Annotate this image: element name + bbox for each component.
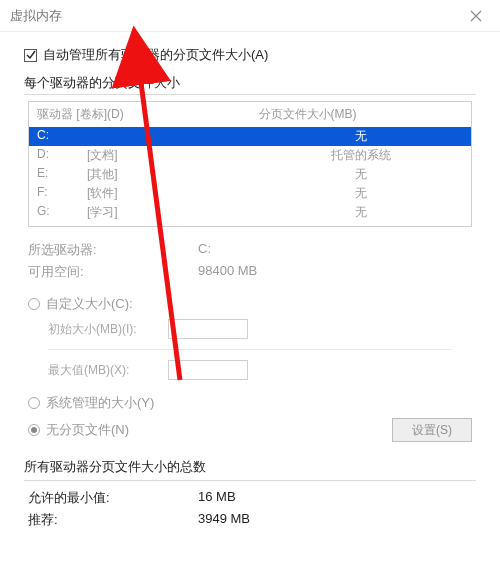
close-icon[interactable] (462, 2, 490, 30)
min-label: 允许的最小值: (28, 489, 198, 507)
drive-volume-label: [其他] (87, 166, 259, 183)
totals-label: 所有驱动器分页文件大小的总数 (24, 458, 476, 476)
radio-icon (28, 298, 40, 310)
no-paging-label: 无分页文件(N) (46, 421, 129, 439)
drive-header-size: 分页文件大小(MB) (259, 106, 463, 123)
set-button[interactable]: 设置(S) (392, 418, 472, 442)
drive-size: 无 (259, 204, 463, 221)
drive-row[interactable]: F:[软件]无 (29, 184, 471, 203)
drive-volume-label (87, 128, 259, 145)
radio-icon (28, 424, 40, 436)
drive-size: 无 (259, 128, 463, 145)
selected-drive-label: 所选驱动器: (28, 241, 198, 259)
drive-header-drive: 驱动器 [卷标](D) (37, 106, 259, 123)
totals-group: 所有驱动器分页文件大小的总数 允许的最小值: 16 MB 推荐: 3949 MB (24, 458, 476, 531)
custom-size-radio[interactable]: 自定义大小(C): (24, 291, 476, 317)
selected-drive-value: C: (198, 241, 472, 259)
window-title: 虚拟内存 (10, 7, 62, 25)
drive-letter: F: (37, 185, 87, 202)
max-size-row: 最大值(MB)(X): (24, 358, 476, 382)
drive-volume-label: [软件] (87, 185, 259, 202)
selected-drive-row: 所选驱动器: C: (28, 239, 472, 261)
auto-manage-label: 自动管理所有驱动器的分页文件大小(A) (43, 46, 268, 64)
drive-row[interactable]: D:[文档]托管的系统 (29, 146, 471, 165)
checkbox-icon[interactable] (24, 49, 37, 62)
free-space-row: 可用空间: 98400 MB (28, 261, 472, 283)
max-size-input[interactable] (168, 360, 248, 380)
rec-row: 推荐: 3949 MB (24, 509, 476, 531)
drive-size: 无 (259, 185, 463, 202)
drive-volume-label: [文档] (87, 147, 259, 164)
min-value: 16 MB (198, 489, 472, 507)
drive-header: 驱动器 [卷标](D) 分页文件大小(MB) (29, 102, 471, 127)
drive-letter: C: (37, 128, 87, 145)
rec-label: 推荐: (28, 511, 198, 529)
per-drive-label: 每个驱动器的分页文件大小 (24, 74, 476, 92)
drive-size: 无 (259, 166, 463, 183)
drive-listbox[interactable]: 驱动器 [卷标](D) 分页文件大小(MB) C:无D:[文档]托管的系统E:[… (28, 101, 472, 227)
custom-size-label: 自定义大小(C): (46, 295, 133, 313)
max-size-label: 最大值(MB)(X): (48, 362, 168, 379)
drive-volume-label: [学习] (87, 204, 259, 221)
system-managed-radio[interactable]: 系统管理的大小(Y) (24, 390, 476, 416)
free-space-label: 可用空间: (28, 263, 198, 281)
initial-size-label: 初始大小(MB)(I): (48, 321, 168, 338)
initial-size-row: 初始大小(MB)(I): (24, 317, 476, 341)
drive-row[interactable]: G:[学习]无 (29, 203, 471, 222)
auto-manage-row[interactable]: 自动管理所有驱动器的分页文件大小(A) (18, 32, 482, 72)
per-drive-group: 每个驱动器的分页文件大小 驱动器 [卷标](D) 分页文件大小(MB) C:无D… (24, 74, 476, 450)
drive-size: 托管的系统 (259, 147, 463, 164)
drive-row[interactable]: C:无 (29, 127, 471, 146)
initial-size-input[interactable] (168, 319, 248, 339)
drive-row[interactable]: E:[其他]无 (29, 165, 471, 184)
titlebar: 虚拟内存 (0, 0, 500, 32)
drive-letter: G: (37, 204, 87, 221)
drive-letter: E: (37, 166, 87, 183)
system-managed-label: 系统管理的大小(Y) (46, 394, 154, 412)
drive-letter: D: (37, 147, 87, 164)
min-row: 允许的最小值: 16 MB (24, 487, 476, 509)
no-paging-radio[interactable]: 无分页文件(N) (28, 421, 129, 439)
free-space-value: 98400 MB (198, 263, 472, 281)
rec-value: 3949 MB (198, 511, 472, 529)
radio-icon (28, 397, 40, 409)
